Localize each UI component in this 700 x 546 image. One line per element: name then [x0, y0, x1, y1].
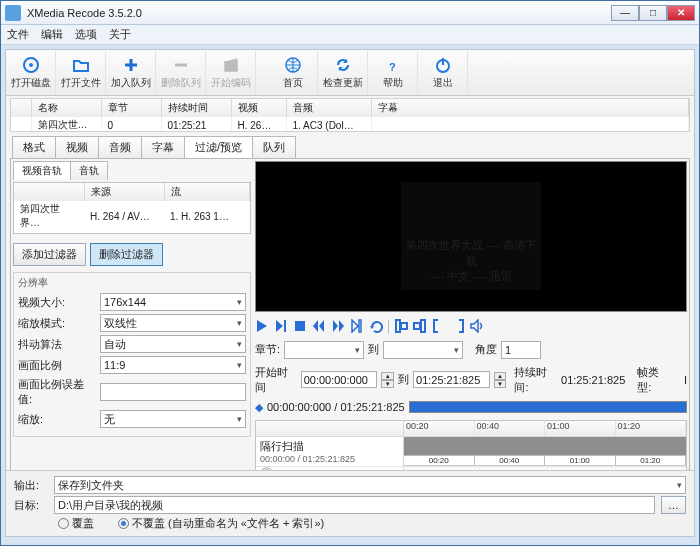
- zoom-label: 缩放:: [18, 412, 96, 427]
- no-overwrite-radio[interactable]: 不覆盖 (自动重命名为 «文件名 + 索引»): [118, 516, 324, 531]
- position-readout: 00:00:00:000 / 01:25:21:825: [267, 401, 405, 413]
- browse-button[interactable]: …: [661, 496, 686, 514]
- end-spinner[interactable]: ▲▼: [494, 372, 507, 388]
- to-label: 到: [368, 342, 379, 357]
- rewind-icon[interactable]: [312, 319, 326, 335]
- timeline-track[interactable]: 隔行扫描00:00:00 / 01:25:21:825👁 00:2000:400…: [256, 437, 686, 467]
- maximize-button[interactable]: □: [639, 5, 667, 21]
- menu-options[interactable]: 选项: [75, 27, 97, 42]
- tab-filter[interactable]: 过滤/预览: [184, 136, 253, 158]
- close-button[interactable]: ✕: [667, 5, 695, 21]
- scale-mode-label: 缩放模式:: [18, 316, 96, 331]
- aspect-err-input[interactable]: [100, 383, 246, 401]
- home-button[interactable]: 首页: [268, 51, 318, 95]
- mark-out-icon[interactable]: [413, 319, 427, 335]
- resolution-group: 分辨率 视频大小:176x144 缩放模式:双线性 抖动算法自动 画面比例11:…: [13, 272, 251, 437]
- mark-in-icon[interactable]: [394, 319, 408, 335]
- preview-area: 第四次世界大战 ---- 高清下载 ---- 中文 ---- 迅雷: [255, 161, 687, 312]
- dither-label: 抖动算法: [18, 337, 96, 352]
- start-encode-button[interactable]: 开始编码: [206, 51, 256, 95]
- output-label: 输出:: [14, 478, 48, 493]
- diamond-icon: ◆: [255, 401, 263, 414]
- refresh-icon: [334, 56, 352, 74]
- minimize-button[interactable]: —: [611, 5, 639, 21]
- duration-label: 持续时间:: [514, 365, 557, 395]
- start-spinner[interactable]: ▲▼: [381, 372, 394, 388]
- track-table: 来源流 第四次世界…H. 264 / AV…1. H. 263 1…: [13, 182, 251, 234]
- window-title: XMedia Recode 3.5.2.0: [27, 7, 142, 19]
- tab-audio[interactable]: 音频: [98, 136, 142, 158]
- disc-icon: [22, 56, 40, 74]
- output-panel: 输出:保存到文件夹 目标:… 覆盖 不覆盖 (自动重命名为 «文件名 + 索引»…: [6, 470, 694, 536]
- table-header-row: 名称 章节 持续时间 视频 音频 字幕: [11, 99, 689, 117]
- group-title: 分辨率: [18, 276, 246, 290]
- bracket-in-icon[interactable]: [432, 319, 446, 335]
- menu-file[interactable]: 文件: [7, 27, 29, 42]
- menu-about[interactable]: 关于: [109, 27, 131, 42]
- bracket-out-icon[interactable]: [451, 319, 465, 335]
- tab-format[interactable]: 格式: [12, 136, 56, 158]
- speaker-icon[interactable]: [470, 319, 484, 335]
- next-icon[interactable]: [274, 319, 288, 335]
- subtab-video-track[interactable]: 视频音轨: [13, 161, 71, 180]
- app-icon: [5, 5, 21, 21]
- menu-edit[interactable]: 编辑: [41, 27, 63, 42]
- svg-rect-6: [295, 321, 305, 331]
- playback-controls: [255, 317, 687, 337]
- dither-select[interactable]: 自动: [100, 335, 246, 353]
- help-button[interactable]: ?帮助: [368, 51, 418, 95]
- table-row[interactable]: 第四次世界…H. 264 / AV…1. H. 263 1…: [14, 201, 250, 231]
- play-icon[interactable]: [255, 319, 269, 335]
- chapter-from-select[interactable]: [284, 341, 364, 359]
- open-disc-button[interactable]: 打开磁盘: [6, 51, 56, 95]
- minus-icon: [172, 56, 190, 74]
- start-time-input[interactable]: 00:00:00:000: [301, 371, 378, 388]
- overwrite-radio[interactable]: 覆盖: [58, 516, 94, 531]
- exit-button[interactable]: 退出: [418, 51, 468, 95]
- add-filter-button[interactable]: 添加过滤器: [13, 243, 86, 266]
- preview-thumbnail: 第四次世界大战 ---- 高清下载 ---- 中文 ---- 迅雷: [401, 182, 541, 290]
- video-size-select[interactable]: 176x144: [100, 293, 246, 311]
- frametype-label: 帧类型:: [637, 365, 670, 395]
- tab-video[interactable]: 视频: [55, 136, 99, 158]
- chapter-label: 章节:: [255, 342, 280, 357]
- zoom-select[interactable]: 无: [100, 410, 246, 428]
- help-icon: ?: [384, 56, 402, 74]
- titlebar: XMedia Recode 3.5.2.0 — □ ✕: [1, 1, 699, 25]
- toolbar: 打开磁盘 打开文件 加入队列 删除队列 开始编码 首页 检查更新 ?帮助 退出: [6, 50, 694, 96]
- scale-mode-select[interactable]: 双线性: [100, 314, 246, 332]
- fastfwd-icon[interactable]: [331, 319, 345, 335]
- remove-filter-button[interactable]: 删除过滤器: [90, 243, 163, 266]
- stop-icon[interactable]: [293, 319, 307, 335]
- chapter-to-select[interactable]: [383, 341, 463, 359]
- angle-input[interactable]: [501, 341, 541, 359]
- angle-label: 角度: [475, 342, 497, 357]
- output-mode-select[interactable]: 保存到文件夹: [54, 476, 686, 494]
- open-file-button[interactable]: 打开文件: [56, 51, 106, 95]
- end-time-input[interactable]: 01:25:21:825: [413, 371, 490, 388]
- menubar: 文件 编辑 选项 关于: [1, 25, 699, 45]
- progress-bar[interactable]: [409, 401, 687, 413]
- aspect-select[interactable]: 11:9: [100, 356, 246, 374]
- svg-rect-2: [225, 62, 237, 71]
- tab-queue[interactable]: 队列: [252, 136, 296, 158]
- tab-subtitle[interactable]: 字幕: [141, 136, 185, 158]
- add-queue-button[interactable]: 加入队列: [106, 51, 156, 95]
- dest-input[interactable]: [54, 496, 655, 514]
- job-table: 名称 章节 持续时间 视频 音频 字幕 第四次世… 0 01:25:21 H. …: [10, 98, 690, 132]
- main-tabs: 格式 视频 音频 字幕 过滤/预览 队列: [10, 136, 690, 158]
- step-icon[interactable]: [350, 319, 364, 335]
- plus-icon: [122, 56, 140, 74]
- table-row[interactable]: 第四次世… 0 01:25:21 H. 26… 1. AC3 (Dol…: [11, 117, 689, 132]
- remove-queue-button[interactable]: 删除队列: [156, 51, 206, 95]
- folder-icon: [72, 56, 90, 74]
- check-update-button[interactable]: 检查更新: [318, 51, 368, 95]
- globe-icon: [284, 56, 302, 74]
- duration-value: 01:25:21:825: [561, 374, 625, 386]
- video-size-label: 视频大小:: [18, 295, 96, 310]
- repeat-icon[interactable]: [369, 319, 383, 335]
- svg-point-1: [29, 63, 33, 67]
- clapper-icon: [222, 56, 240, 74]
- subtab-audio-track[interactable]: 音轨: [70, 161, 108, 180]
- aspect-label: 画面比例: [18, 358, 96, 373]
